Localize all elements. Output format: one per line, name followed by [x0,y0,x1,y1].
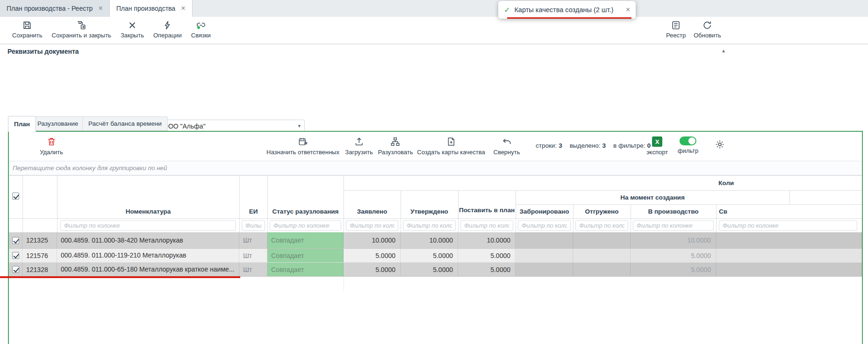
delete-button[interactable]: Удалить [40,136,63,156]
delete-label: Удалить [40,149,63,156]
row-status-badge: Совпадает [267,232,344,248]
table-row[interactable]: 121328 000.4859. 011.000-65-180 Металлор… [9,263,862,277]
row-in-production: 5.0000 [631,263,716,276]
column-header-approved[interactable]: Утверждено [401,204,458,218]
save-and-close-button[interactable]: Сохранить и закрыть [52,20,111,39]
assign-responsible-label: Назначить ответственных [266,149,339,156]
save-icon [22,20,32,30]
filter-input-approved[interactable] [403,220,456,231]
row-declared: 5.0000 [344,263,401,276]
tab-plan-registry[interactable]: План производства - Реестр × [0,0,110,17]
tab-plan-document[interactable]: План производства × [110,0,193,17]
document-details-form: * Организация ООО "Альфа" ▾ * Номер Дата… [0,58,868,116]
tab-label: План производства - Реестр [7,5,93,12]
column-header-shipped[interactable]: Отгружено [573,204,631,218]
tab-time-balance[interactable]: Расчёт баланса времени [82,116,168,131]
tab-time-balance-label: Расчёт баланса времени [88,120,162,127]
filter-input-explosion-status[interactable] [270,220,341,231]
grid-line [344,277,344,291]
trash-icon [46,136,57,147]
column-header-last[interactable]: Св [719,204,727,218]
row-nomenclature: 000.4859. 011.000-38-420 Металлорукав [57,232,239,248]
collapse-rows-button[interactable]: Свернуть [493,136,520,156]
row-unit: Шт [239,232,267,248]
filter-toggle[interactable] [680,136,696,145]
filter-input-put-to-plan[interactable] [460,220,513,231]
grid-line [239,175,240,232]
row-extra [716,249,862,262]
close-button[interactable]: Закрыть [121,20,144,39]
filter-input-in-production[interactable] [633,220,714,231]
column-header-explosion-status[interactable]: Статус разузлования [267,204,344,218]
row-declared: 5.0000 [344,249,401,262]
filter-input-declared[interactable] [346,220,398,231]
grid-stats: строки:3 выделено:3 в фильтре:0 [536,142,651,149]
selected-count-stat: выделено:3 [570,142,606,149]
column-header-reserved[interactable]: Забронировано [516,204,573,218]
column-header-put-to-plan[interactable]: Поставить в план [458,201,516,218]
explode-button[interactable]: Разузловать [378,136,413,156]
export-excel-button[interactable]: X экспорт [646,136,668,156]
filtered-count-stat: в фильтре:0 [613,142,651,149]
close-x-icon [127,20,137,30]
explode-label: Разузловать [378,149,413,156]
grid-settings-button[interactable] [715,139,725,150]
rows-count-label: строки: [536,142,557,149]
save-button[interactable]: Сохранить [12,20,43,39]
filter-input-last[interactable] [719,220,857,231]
links-button[interactable]: Связки [191,20,211,39]
load-button[interactable]: Загрузить [345,136,373,156]
row-declared: 10.0000 [344,232,401,248]
column-group-quantity: Коли [718,175,734,190]
row-checkbox-cell [9,263,22,276]
create-quality-cards-label: Создать карты качества [417,149,485,156]
collapse-section-icon[interactable]: ▲ [721,48,726,53]
create-quality-cards-button[interactable]: Создать карты качества [417,136,485,156]
row-id: 121576 [22,249,57,262]
upload-icon [354,136,364,147]
registry-button[interactable]: Реестр [666,20,686,39]
row-extra [716,263,862,276]
tab-plan[interactable]: План [8,116,36,132]
column-header-declared[interactable]: Заявлено [344,204,401,218]
tab-explosion[interactable]: Разузлование [31,116,84,131]
select-all-checkbox[interactable] [12,193,19,201]
grid-line [789,190,790,204]
row-approved: 5.0000 [401,263,458,276]
row-extra [716,232,862,248]
row-checkbox[interactable] [12,266,19,273]
row-status-badge: Совпадает [267,263,344,276]
filter-input-nomenclature[interactable] [60,220,236,231]
column-header-nomenclature[interactable]: Номенклатура [57,204,239,218]
gear-icon [715,139,725,150]
close-icon[interactable]: × [98,5,102,12]
row-checkbox[interactable] [12,237,19,244]
row-id: 121325 [22,232,57,248]
row-shipped [573,249,631,262]
operations-button[interactable]: Операции [153,20,182,39]
toast-close-icon[interactable]: × [626,6,630,14]
table-row[interactable]: 121576 000.4859. 011.000-119-210 Металло… [9,249,862,263]
tab-label: План производства [116,5,175,12]
plan-panel: Удалить Назначить ответственных Загрузит… [8,131,863,344]
column-header-in-production[interactable]: В производство [631,204,716,218]
row-shipped [573,232,631,248]
filter-input-reserved[interactable] [518,220,571,231]
row-checkbox[interactable] [12,252,19,259]
operations-label: Операции [153,32,182,39]
filter-input-unit[interactable] [242,220,265,231]
excel-icon: X [652,136,662,147]
row-reserved [516,232,573,248]
close-icon[interactable]: × [181,5,185,12]
group-by-drop-zone[interactable]: Перетащите сюда колонку для группировки … [9,161,862,175]
links-label: Связки [191,32,211,39]
selected-count-label: выделено: [570,142,601,149]
column-header-unit[interactable]: ЕИ [239,204,267,218]
column-group-at-creation: На момент создания [516,190,789,204]
assign-responsible-button[interactable]: Назначить ответственных [266,136,339,156]
table-row[interactable]: 121325 000.4859. 011.000-38-420 Металлор… [9,232,862,249]
links-icon [196,20,206,30]
filter-input-shipped[interactable] [575,220,628,231]
registry-label: Реестр [666,32,686,39]
refresh-button[interactable]: Обновить [694,20,721,39]
